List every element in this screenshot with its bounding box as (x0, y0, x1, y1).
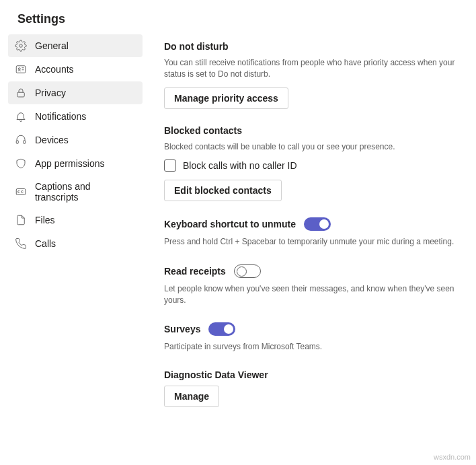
sidebar-item-label: General (35, 40, 69, 51)
bell-icon (15, 110, 27, 122)
block-no-caller-id-checkbox[interactable] (164, 159, 176, 172)
svg-rect-6 (16, 141, 18, 144)
lock-icon (15, 87, 27, 99)
phone-icon (15, 238, 27, 250)
closed-caption-icon (15, 186, 27, 198)
sidebar-item-label: App permissions (35, 158, 105, 169)
sidebar-item-accounts[interactable]: Accounts (8, 58, 143, 81)
watermark: wsxdn.com (434, 453, 471, 461)
settings-content: Do not disturb You can still receive not… (143, 34, 468, 423)
section-description: Participate in surveys from Microsoft Te… (164, 341, 457, 353)
manage-priority-access-button[interactable]: Manage priority access (164, 87, 288, 109)
headset-icon (15, 134, 27, 146)
section-description: You can still receive notifications from… (164, 57, 457, 81)
gear-icon (15, 40, 27, 52)
section-title: Keyboard shortcut to unmute (164, 219, 296, 229)
svg-rect-7 (24, 141, 26, 144)
sidebar-item-label: Devices (35, 135, 69, 145)
sidebar-item-label: Captions and transcripts (35, 181, 136, 203)
section-description: Let people know when you've seen their m… (164, 283, 457, 307)
sidebar-item-label: Privacy (35, 87, 66, 98)
sidebar-item-label: Files (35, 215, 55, 225)
sidebar-item-calls[interactable]: Calls (8, 232, 143, 255)
section-title: Blocked contacts (164, 125, 457, 136)
svg-point-0 (19, 44, 23, 48)
edit-blocked-contacts-button[interactable]: Edit blocked contacts (164, 180, 282, 201)
id-card-icon (15, 63, 27, 75)
section-keyboard-unmute: Keyboard shortcut to unmute Press and ho… (164, 217, 457, 248)
diagnostic-manage-button[interactable]: Manage (164, 386, 219, 407)
sidebar-item-files[interactable]: Files (8, 209, 143, 231)
sidebar-item-app-permissions[interactable]: App permissions (8, 152, 143, 175)
block-no-caller-id-row[interactable]: Block calls with no caller ID (164, 159, 457, 172)
section-description: Press and hold Ctrl + Spacebar to tempor… (164, 236, 457, 248)
sidebar-item-notifications[interactable]: Notifications (8, 105, 143, 128)
section-blocked-contacts: Blocked contacts Blocked contacts will b… (164, 125, 457, 201)
section-title: Read receipts (164, 266, 226, 277)
section-title: Do not disturb (164, 41, 457, 52)
shield-icon (15, 157, 27, 170)
sidebar: General Accounts Privacy Notifications D (8, 34, 143, 423)
sidebar-item-privacy[interactable]: Privacy (8, 81, 143, 104)
section-diagnostic-data: Diagnostic Data Viewer Manage (164, 369, 457, 407)
read-receipts-toggle[interactable] (234, 264, 261, 278)
surveys-toggle[interactable] (208, 322, 235, 336)
section-read-receipts: Read receipts Let people know when you'v… (164, 264, 457, 307)
section-do-not-disturb: Do not disturb You can still receive not… (164, 41, 457, 109)
checkbox-label: Block calls with no caller ID (183, 160, 297, 171)
sidebar-item-devices[interactable]: Devices (8, 129, 143, 151)
section-title: Surveys (164, 324, 200, 334)
keyboard-unmute-toggle[interactable] (304, 217, 331, 231)
svg-point-2 (18, 68, 20, 70)
page-title: Settings (0, 0, 476, 34)
section-surveys: Surveys Participate in surveys from Micr… (164, 322, 457, 353)
file-icon (15, 214, 27, 226)
svg-rect-1 (16, 66, 26, 73)
sidebar-item-label: Notifications (35, 111, 86, 122)
section-title: Diagnostic Data Viewer (164, 369, 457, 380)
sidebar-item-label: Calls (35, 238, 56, 249)
sidebar-item-captions[interactable]: Captions and transcripts (8, 176, 143, 208)
sidebar-item-general[interactable]: General (8, 34, 143, 57)
sidebar-item-label: Accounts (35, 64, 74, 75)
svg-rect-5 (17, 92, 25, 97)
section-description: Blocked contacts will be unable to call … (164, 141, 457, 153)
